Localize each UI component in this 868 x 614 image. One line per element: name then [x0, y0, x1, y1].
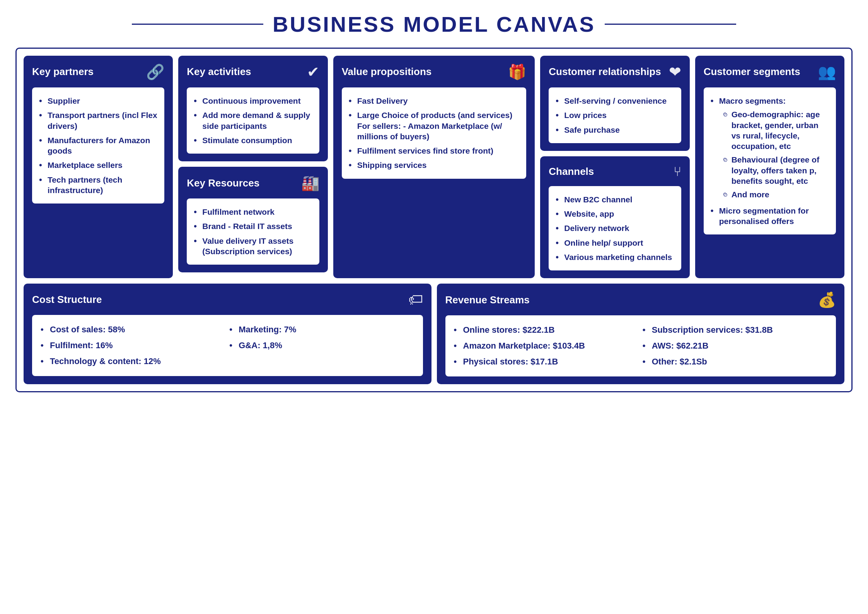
list-item: AWS: $62.21B [643, 338, 827, 354]
customer-relationships-list: Self-serving / convenience Low prices Sa… [556, 94, 674, 137]
channels-header: Channels ⑂ [549, 164, 681, 179]
list-item: Subscription services: $31.8B [643, 322, 827, 338]
list-item: Shipping services [349, 158, 520, 172]
revenue-streams-icon: 💰 [818, 291, 836, 308]
cost-structure-title: Cost Structure [32, 294, 102, 306]
list-sub-item: ○ Behavioural (degree of loyalty, offers… [723, 153, 829, 188]
page-header: BUSINESS MODEL CANVAS [15, 12, 853, 37]
customer-segments-header: Customer segments 👥 [704, 63, 836, 80]
channels-card: Channels ⑂ New B2C channel Website, app … [540, 156, 689, 278]
list-item: Micro segmentation for personalised offe… [711, 204, 829, 229]
customer-segments-title: Customer segments [704, 66, 800, 78]
customer-segments-list: Macro segments: ○ Geo-demographic: age b… [711, 94, 829, 228]
list-item: Other: $2.1Sb [643, 354, 827, 370]
channels-list: New B2C channel Website, app Delivery ne… [556, 192, 674, 264]
list-item: Large Choice of products (and services) … [349, 108, 520, 144]
key-partners-col: Key partners 🔗 Supplier Transport partne… [24, 56, 173, 278]
key-resources-body: Fulfilment network Brand - Retail IT ass… [187, 198, 319, 265]
revenue-streams-header: Revenue Streams 💰 [445, 291, 836, 308]
list-item: Brand - Retail IT assets [194, 219, 312, 233]
list-item: Delivery network [556, 221, 674, 235]
key-partners-body: Supplier Transport partners (incl Flex d… [32, 87, 164, 204]
cost-structure-body: Cost of sales: 58% Fulfilment: 16% Techn… [32, 315, 423, 376]
list-sub-item: ○ And more [723, 188, 829, 201]
list-item: Manufacturers for Amazon goods [39, 133, 157, 158]
key-resources-card: Key Resources 🏭 Fulfilment network Brand… [178, 167, 327, 272]
customer-segments-col: Customer segments 👥 Macro segments: ○ Ge… [695, 56, 844, 278]
list-item: Fulfilment network [194, 205, 312, 219]
key-partners-header: Key partners 🔗 [32, 63, 164, 80]
list-item: G&A: 1,8% [229, 338, 414, 354]
channels-icon: ⑂ [674, 164, 681, 179]
key-activities-list: Continuous improvement Add more demand &… [194, 94, 312, 147]
title-line-left [132, 24, 263, 25]
list-item: Supplier [39, 94, 157, 108]
cost-structure-card: Cost Structure 🏷 Cost of sales: 58% Fulf… [24, 284, 431, 384]
channels-title: Channels [549, 166, 594, 178]
list-item: Marketing: 7% [229, 322, 414, 338]
value-propositions-header: Value propositions 🎁 [342, 63, 527, 80]
list-item: Online stores: $222.1B [454, 322, 639, 338]
customer-segments-card: Customer segments 👥 Macro segments: ○ Ge… [695, 56, 844, 278]
key-resources-title: Key Resources [187, 177, 259, 189]
list-item: Fulfilment: 16% [41, 338, 225, 354]
customer-segments-body: Macro segments: ○ Geo-demographic: age b… [704, 87, 836, 234]
cost-structure-icon: 🏷 [408, 291, 423, 308]
list-item: Tech partners (tech infrastructure) [39, 173, 157, 198]
customer-relationships-body: Self-serving / convenience Low prices Sa… [549, 87, 681, 143]
key-partners-icon: 🔗 [146, 63, 164, 80]
key-partners-card: Key partners 🔗 Supplier Transport partne… [24, 56, 173, 278]
revenue-streams-col2: Subscription services: $31.8B AWS: $62.2… [643, 322, 827, 369]
page-title: BUSINESS MODEL CANVAS [273, 12, 595, 37]
key-activities-body: Continuous improvement Add more demand &… [187, 87, 319, 154]
list-item: Various marketing channels [556, 250, 674, 264]
key-activities-col: Key activities ✔ Continuous improvement … [178, 56, 327, 278]
list-item: Amazon Marketplace: $103.4B [454, 338, 639, 354]
channels-body: New B2C channel Website, app Delivery ne… [549, 186, 681, 270]
value-propositions-body: Fast Delivery Large Choice of products (… [342, 87, 527, 179]
list-item: Stimulate consumption [194, 133, 312, 147]
list-item: Macro segments: ○ Geo-demographic: age b… [711, 94, 829, 204]
key-activities-header: Key activities ✔ [187, 63, 319, 80]
revenue-streams-title: Revenue Streams [445, 294, 530, 306]
value-propositions-card: Value propositions 🎁 Fast Delivery Large… [333, 56, 535, 278]
list-item: Physical stores: $17.1B [454, 354, 639, 370]
cost-structure-col2: Marketing: 7% G&A: 1,8% [229, 322, 414, 369]
customer-relationships-card: Customer relationships ❤ Self-serving / … [540, 56, 689, 151]
list-item: Cost of sales: 58% [41, 322, 225, 338]
title-line-right [605, 24, 736, 25]
key-partners-list: Supplier Transport partners (incl Flex d… [39, 94, 157, 197]
canvas-wrapper: Key partners 🔗 Supplier Transport partne… [15, 48, 853, 392]
key-activities-icon: ✔ [307, 63, 319, 80]
value-propositions-list: Fast Delivery Large Choice of products (… [349, 94, 520, 173]
list-item: Marketplace sellers [39, 158, 157, 172]
list-item: Continuous improvement [194, 94, 312, 108]
list-item: Transport partners (incl Flex drivers) [39, 108, 157, 133]
value-propositions-icon: 🎁 [508, 63, 526, 80]
revenue-streams-body: Online stores: $222.1B Amazon Marketplac… [445, 315, 836, 376]
list-sub-item: ○ Geo-demographic: age bracket, gender, … [723, 108, 829, 153]
customer-relationships-header: Customer relationships ❤ [549, 63, 681, 80]
list-item: Self-serving / convenience [556, 94, 674, 108]
key-resources-header: Key Resources 🏭 [187, 174, 319, 192]
list-item: Add more demand & supply side participan… [194, 108, 312, 133]
list-item: Value delivery IT assets (Subscription s… [194, 234, 312, 259]
bottom-section: Cost Structure 🏷 Cost of sales: 58% Fulf… [24, 284, 844, 384]
list-item: Safe purchase [556, 123, 674, 137]
key-resources-icon: 🏭 [301, 174, 319, 192]
revenue-streams-col1: Online stores: $222.1B Amazon Marketplac… [454, 322, 639, 369]
list-item: Technology & content: 12% [41, 354, 225, 369]
customer-relationships-icon: ❤ [669, 63, 681, 80]
revenue-streams-card: Revenue Streams 💰 Online stores: $222.1B… [437, 284, 845, 384]
customer-relationships-title: Customer relationships [549, 66, 661, 78]
top-section: Key partners 🔗 Supplier Transport partne… [24, 56, 844, 278]
cost-structure-col1: Cost of sales: 58% Fulfilment: 16% Techn… [41, 322, 225, 369]
key-activities-card: Key activities ✔ Continuous improvement … [178, 56, 327, 161]
cost-structure-header: Cost Structure 🏷 [32, 291, 423, 308]
list-item: Low prices [556, 108, 674, 122]
key-activities-title: Key activities [187, 66, 251, 78]
list-item: Fast Delivery [349, 94, 520, 108]
customer-segments-icon: 👥 [818, 63, 836, 80]
list-item: Website, app [556, 207, 674, 221]
list-item: Fulfilment services find store front) [349, 144, 520, 158]
